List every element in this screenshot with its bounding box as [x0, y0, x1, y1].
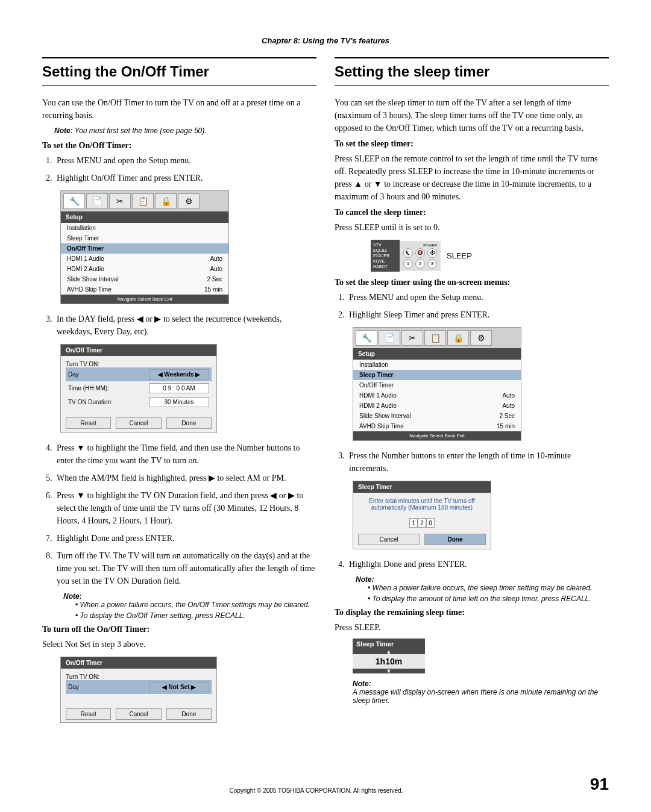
remote-illustration: VTV EQLBZ EXXJPR KUVE HABOT POWER ⏾🔇⏻ 12…	[371, 240, 473, 272]
turn-off-text: Select Not Set in step 3 above.	[42, 638, 316, 651]
menu-tab-icon: 📋	[424, 330, 446, 346]
right-step4b: Highlight Done and press ENTER.	[347, 558, 609, 570]
menu-tab-icon: 📄	[379, 330, 400, 346]
setup-menu2: 🔧 📄 ✂ 📋 🔒 ⚙ Setup Installation Sleep Tim…	[353, 327, 521, 441]
dialog-row: Day ◀ Not Set ▶	[66, 680, 212, 694]
dialog-row: Time (HH:MM): 0 9 : 0 0 AM	[66, 381, 212, 395]
sleep-time: 1h10m	[353, 654, 425, 669]
right-heading3: To set the sleep timer using the on-scre…	[335, 278, 609, 287]
menu-footer: Navigate Select Back Exit	[353, 431, 521, 440]
chapter-header: Chapter 8: Using the TV's features	[42, 36, 609, 45]
dialog-subtitle: Turn TV ON:	[66, 673, 212, 680]
left-heading1: To set the On/Off Timer:	[42, 141, 316, 151]
menu-item: Slide Show Interval2 Sec	[353, 411, 521, 421]
note4-label: Note:	[353, 679, 609, 688]
note4-text: A message will display on-screen when th…	[353, 688, 609, 705]
note3-label: Note:	[356, 575, 609, 584]
bullet: When a power failure occurs, the On/Off …	[75, 601, 316, 609]
menu-footer: Navigate Select Back Exit	[61, 295, 228, 304]
right-steps3: Press MENU and open the Setup menu. High…	[347, 291, 609, 321]
menu-tab-icon: 📄	[86, 193, 108, 209]
menu-item: HDMI 2 AudioAuto	[61, 264, 228, 274]
sleep-icon: ⏾	[403, 248, 413, 258]
note1: Note: You must first set the time (see p…	[54, 126, 316, 135]
sleep-title: Sleep Timer	[353, 639, 425, 649]
reset-button: Reset	[66, 708, 111, 720]
dialog-title: On/Off Timer	[61, 657, 216, 669]
left-column: Setting the On/Off Timer You can use the…	[42, 57, 316, 731]
right-title: Setting the sleep timer	[335, 57, 609, 86]
onoff-dialog2: On/Off Timer Turn TV ON: Day ◀ Not Set ▶…	[60, 657, 217, 723]
note2-bullets: When a power failure occurs, the On/Off …	[75, 601, 316, 620]
sleep-dialog: Sleep Timer Enter total minutes until th…	[353, 481, 491, 549]
step6: Press ▼ to highlight the TV ON Duration …	[54, 489, 316, 527]
sleep-label: SLEEP	[447, 251, 472, 260]
cancel-button: Cancel	[358, 534, 420, 545]
dialog-subtitle: Turn TV ON:	[66, 361, 212, 367]
note3-bullets: When a power failure occurs, the sleep t…	[368, 584, 609, 603]
bullet: To display the amount of time left on th…	[368, 595, 609, 603]
menu-item: Installation	[61, 223, 228, 233]
power-icon: ⏻	[427, 248, 437, 258]
menu-tab-icon: ⚙	[178, 193, 200, 209]
menu-item: HDMI 1 AudioAuto	[353, 390, 521, 401]
step: Highlight Sleep Timer and press ENTER.	[347, 308, 609, 321]
step2: Highlight On/Off Timer and press ENTER.	[54, 172, 316, 184]
cancel-button: Cancel	[116, 708, 161, 720]
left-title: Setting the On/Off Timer	[42, 57, 316, 86]
right-heading1: To set the sleep timer:	[335, 139, 609, 149]
menu-tab-icon: ✂	[109, 193, 131, 209]
menu-tab-icon: 📋	[132, 193, 154, 209]
menu-tab-icon: 🔧	[356, 330, 377, 346]
dialog-row: Day ◀ Weekends ▶	[66, 367, 212, 381]
menu-item: HDMI 2 AudioAuto	[353, 401, 521, 411]
dialog-title: Sleep Timer	[353, 481, 491, 493]
left-intro: You can use the On/Off Timer to turn the…	[42, 96, 316, 122]
menu-item: AVHD Skip Time15 min	[353, 421, 521, 431]
arrow-down-icon: ▼	[353, 669, 425, 673]
step7: Highlight Done and press ENTER.	[54, 532, 316, 545]
sleep-timer-display: Sleep Timer ▲ 1h10m ▼	[353, 639, 425, 673]
right-column: Setting the sleep timer You can set the …	[335, 57, 609, 731]
menu-item: Slide Show Interval2 Sec	[61, 274, 228, 284]
dialog-title: On/Off Timer	[61, 345, 216, 356]
right-heading4: To display the remaining sleep time:	[335, 608, 609, 617]
page-footer: Copyright © 2005 TOSHIBA CORPORATION. Al…	[42, 775, 609, 794]
menu-tab-icon: 🔒	[447, 330, 469, 346]
step1: Press MENU and open the Setup menu.	[54, 154, 316, 167]
step: Highlight Done and press ENTER.	[347, 558, 609, 570]
step: Press MENU and open the Setup menu.	[347, 291, 609, 304]
menu-item: HDMI 1 AudioAuto	[61, 254, 228, 264]
menu-title: Setup	[61, 211, 228, 223]
menu-item: Installation	[353, 360, 521, 370]
step8: Turn off the TV. The TV will turn on aut…	[54, 549, 316, 587]
menu-item: Sleep Timer	[61, 233, 228, 243]
menu-item-highlighted: On/Off Timer	[61, 243, 228, 254]
left-heading2: To turn off the On/Off Timer:	[42, 625, 316, 634]
note2-label: Note:	[63, 592, 316, 601]
step: Press the Number buttons to enter the le…	[347, 449, 609, 475]
note1-label: Note:	[54, 126, 73, 135]
right-text2: Press SLEEP until it is set to 0.	[335, 221, 609, 234]
done-button: Done	[166, 708, 212, 720]
page-number: 91	[590, 775, 609, 794]
done-button: Done	[166, 417, 212, 429]
setup-menu1: 🔧 📄 ✂ 📋 🔒 ⚙ Setup Installation Sleep Tim…	[60, 190, 229, 304]
onoff-dialog1: On/Off Timer Turn TV ON: Day ◀ Weekends …	[60, 344, 217, 433]
right-intro: You can set the sleep timer to turn off …	[335, 96, 609, 134]
menu-title: Setup	[353, 348, 521, 360]
note1-text: You must first set the time (see page 50…	[75, 126, 207, 135]
mute-icon: 🔇	[415, 248, 425, 258]
step4: Press ▼ to highlight the Time field, and…	[54, 442, 316, 467]
dialog-row: TV ON Duration: 30 Minutes	[66, 395, 212, 409]
menu-item-highlighted: Sleep Timer	[353, 370, 521, 380]
right-text1: Press SLEEP on the remote control to set…	[335, 152, 609, 203]
left-steps-cont2: Press ▼ to highlight the Time field, and…	[54, 442, 316, 587]
bullet: When a power failure occurs, the sleep t…	[368, 584, 609, 592]
right-text4: Press SLEEP.	[335, 621, 609, 634]
done-button: Done	[424, 534, 486, 545]
arrow-up-icon: ▲	[353, 649, 425, 654]
dialog-message: Enter total minutes until the TV turns o…	[353, 493, 491, 516]
bullet: To display the On/Off Timer setting, pre…	[75, 611, 316, 620]
left-steps-cont: In the DAY field, press ◀ or ▶ to select…	[54, 313, 316, 338]
